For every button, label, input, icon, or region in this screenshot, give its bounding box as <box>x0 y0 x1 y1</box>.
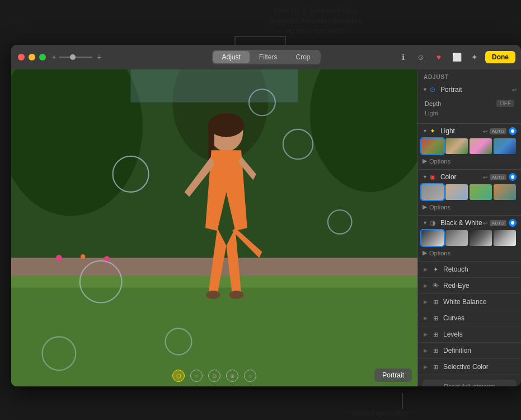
bw-thumb-1[interactable] <box>421 230 444 246</box>
brightness-slider: ☀ + <box>51 53 101 62</box>
photo-content <box>11 69 417 386</box>
selective-color-icon: ⊞ <box>431 362 440 371</box>
reset-adjustments-button[interactable]: Reset Adjustments <box>423 380 517 386</box>
info-button[interactable]: ℹ <box>396 50 410 64</box>
white-balance-row[interactable]: ▶ ⊞ White Balance <box>418 294 521 310</box>
light-options-row[interactable]: ▶ Options <box>418 156 521 167</box>
red-eye-chevron-icon: ▶ <box>424 283 428 288</box>
color-toggle-inner <box>511 175 514 179</box>
bottom-icon-circle1[interactable]: ○ <box>190 370 203 382</box>
bw-thumb-2[interactable] <box>445 230 468 246</box>
light-toggle[interactable] <box>509 127 517 135</box>
bw-options-row[interactable]: ▶ Options <box>418 248 521 259</box>
bw-options-label: Options <box>429 250 450 256</box>
slider-thumb[interactable] <box>70 54 76 60</box>
svg-point-11 <box>56 255 62 261</box>
traffic-lights <box>18 54 46 60</box>
tools-button[interactable]: ✦ <box>467 50 482 64</box>
color-undo-icon[interactable]: ↩ <box>483 174 487 180</box>
color-thumb-2[interactable] <box>445 184 468 200</box>
red-eye-label: Red-Eye <box>443 282 470 290</box>
depth-label: Depth <box>425 100 441 107</box>
light-thumb-1[interactable] <box>421 138 444 154</box>
retouch-chevron-icon: ▶ <box>424 267 428 272</box>
bw-auto-badge[interactable]: AUTO <box>490 220 506 226</box>
portrait-section-header[interactable]: ▼ ⊙ Portrait ↩ <box>418 82 521 96</box>
minimize-button[interactable] <box>29 54 35 60</box>
depth-off-badge[interactable]: OFF <box>496 100 514 107</box>
tab-adjust[interactable]: Adjust <box>213 51 249 63</box>
bw-options-chevron-icon: ▶ <box>423 249 427 256</box>
light-thumb-2[interactable] <box>445 138 468 154</box>
levels-label: Levels <box>443 330 463 338</box>
light-section-actions: ↩ AUTO <box>483 127 517 135</box>
bottom-icon-circle3[interactable]: ⊕ <box>226 370 238 382</box>
light-undo-icon[interactable]: ↩ <box>483 128 487 134</box>
maximize-button[interactable] <box>39 54 46 60</box>
bw-thumb-4[interactable] <box>494 230 516 246</box>
portrait-title: Portrait <box>440 86 512 94</box>
bw-section: ▼ ◑ Black & White ↩ AUTO <box>418 216 521 262</box>
heart-button[interactable]: ♥ <box>431 50 446 64</box>
bottom-label: Justeringsverktøy <box>352 409 409 417</box>
selective-color-row[interactable]: ▶ ⊞ Selective Color <box>418 359 521 375</box>
bw-section-header[interactable]: ▼ ◑ Black & White ↩ AUTO <box>418 216 521 229</box>
red-eye-icon: 👁 <box>431 281 440 290</box>
bw-icon: ◑ <box>430 219 438 227</box>
light-thumb-4[interactable] <box>494 138 516 154</box>
color-thumb-3[interactable] <box>470 184 492 200</box>
color-icon: ◉ <box>430 173 438 181</box>
light-toggle-inner <box>511 129 514 133</box>
color-options-row[interactable]: ▶ Options <box>418 202 521 213</box>
light-thumb-3[interactable] <box>470 138 492 154</box>
portrait-chevron-icon: ▼ <box>423 87 428 92</box>
face-button[interactable]: ☺ <box>414 50 428 64</box>
tab-crop[interactable]: Crop <box>287 51 320 63</box>
svg-rect-7 <box>131 69 298 102</box>
color-thumb-1[interactable] <box>421 184 444 200</box>
color-options-chevron-icon: ▶ <box>423 203 427 211</box>
color-toggle[interactable] <box>509 173 517 181</box>
portrait-section: ▼ ⊙ Portrait ↩ Depth OFF Light <box>418 82 521 124</box>
done-button[interactable]: Done <box>485 51 515 63</box>
bw-undo-icon[interactable]: ↩ <box>483 220 487 226</box>
definition-chevron-icon: ▶ <box>424 348 428 353</box>
light-auto-badge[interactable]: AUTO <box>490 128 506 134</box>
segment-tabs: Adjust Filters Crop <box>212 50 320 64</box>
curves-row[interactable]: ▶ ⊞ Curves <box>418 310 521 326</box>
bw-toggle[interactable] <box>509 219 517 227</box>
bottom-icon-circle2[interactable]: ⊙ <box>208 370 220 382</box>
svg-point-17 <box>206 291 220 299</box>
slider-track[interactable] <box>59 57 92 58</box>
share-button[interactable]: ⬜ <box>449 50 464 64</box>
close-button[interactable] <box>18 54 25 60</box>
levels-row[interactable]: ▶ ⊞ Levels <box>418 326 521 343</box>
light-options-label: Options <box>429 158 450 165</box>
color-section: ▼ ◉ Color ↩ AUTO <box>418 170 521 216</box>
main-window: ☀ + Adjust Filters Crop ℹ ☺ ♥ ⬜ ✦ Done <box>11 45 521 386</box>
svg-point-18 <box>229 291 244 299</box>
brightness-plus-icon[interactable]: + <box>97 53 101 62</box>
tab-filters[interactable]: Filters <box>250 51 287 63</box>
photo-bottom-controls: ⬡ ○ ⊙ ⊕ ○ Portrait <box>11 370 417 382</box>
retouch-icon: ✦ <box>431 265 440 274</box>
panel-header: ADJUST <box>418 69 521 82</box>
bottom-icon-circle4[interactable]: ○ <box>244 370 256 382</box>
light-options-chevron-icon: ▶ <box>423 157 427 165</box>
color-section-header[interactable]: ▼ ◉ Color ↩ AUTO <box>418 170 521 183</box>
bottom-icon-hexagon[interactable]: ⬡ <box>172 370 185 382</box>
definition-row[interactable]: ▶ ⊞ Definition <box>418 343 521 359</box>
portrait-tag-button[interactable]: Portrait <box>374 368 412 382</box>
color-thumb-4[interactable] <box>494 184 516 200</box>
red-eye-row[interactable]: ▶ 👁 Red-Eye <box>418 278 521 294</box>
portrait-undo-icon[interactable]: ↩ <box>512 87 517 93</box>
selective-color-label: Selective Color <box>443 363 489 371</box>
bw-thumb-3[interactable] <box>470 230 492 246</box>
portrait-icon: ⊙ <box>430 86 438 94</box>
color-auto-badge[interactable]: AUTO <box>490 174 506 180</box>
curves-icon: ⊞ <box>431 314 440 323</box>
retouch-row[interactable]: ▶ ✦ Retouch <box>418 262 521 278</box>
color-options-label: Options <box>429 204 450 211</box>
color-section-actions: ↩ AUTO <box>483 173 517 181</box>
light-section-header[interactable]: ▼ ✦ Light ↩ AUTO <box>418 124 521 137</box>
